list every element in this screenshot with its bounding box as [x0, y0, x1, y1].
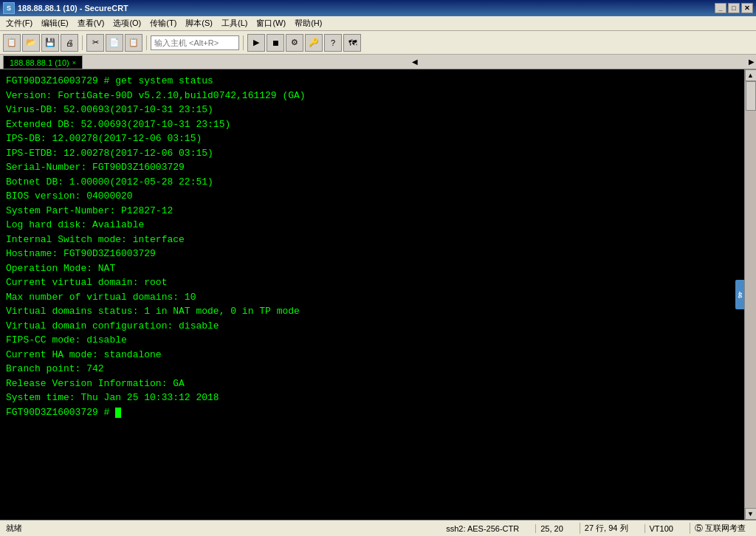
status-right: ssh2: AES-256-CTR 25, 20 27 行, 94 列 VT10…	[441, 523, 750, 534]
toolbar-help-btn[interactable]: ?	[324, 34, 342, 52]
terminal-line: IPS-ETDB: 12.00278(2017-12-06 03:15)	[6, 146, 738, 161]
terminal-line: Version: FortiGate-90D v5.2.10,build0742…	[6, 89, 738, 103]
toolbar-disconnect-btn[interactable]: ⏹	[267, 34, 284, 52]
window-controls[interactable]: _ □ ✕	[715, 3, 753, 13]
terminal-line: Hostname: FGT90D3Z16003729	[6, 247, 738, 261]
toolbar-map-btn[interactable]: 🗺	[343, 34, 361, 52]
close-button[interactable]: ✕	[741, 3, 753, 13]
toolbar-separator-3	[243, 35, 244, 50]
terminal-line: Branch point: 742	[6, 362, 738, 377]
toolbar-paste-btn[interactable]: 📋	[125, 34, 142, 52]
menu-item-f[interactable]: 文件(F)	[1, 16, 37, 30]
toolbar-open-btn[interactable]: 📂	[22, 34, 40, 52]
menu-item-w[interactable]: 窗口(W)	[252, 16, 290, 30]
terminal-line: FGT90D3Z16003729 #	[6, 405, 738, 420]
terminal-tab[interactable]: 188.88.88.1 (10) ×	[3, 55, 83, 69]
toolbar-separator-2	[146, 35, 147, 50]
status-right-info: ⑤ 互联网考查	[690, 523, 750, 534]
menu-item-v[interactable]: 查看(V)	[73, 16, 109, 30]
menu-item-e[interactable]: 编辑(E)	[37, 16, 73, 30]
tab-scroll-left[interactable]: ◀	[412, 58, 418, 66]
toolbar-key-btn[interactable]: 🔑	[305, 34, 323, 52]
terminal-line: BIOS version: 04000020	[6, 189, 738, 204]
status-encryption: ssh2: AES-256-CTR	[441, 524, 523, 533]
terminal-line: IPS-DB: 12.00278(2017-12-06 03:15)	[6, 131, 738, 146]
tab-scroll-right[interactable]: ▶	[749, 58, 755, 66]
scroll-thumb[interactable]	[746, 81, 756, 111]
title-bar: S 188.88.88.1 (10) - SecureCRT _ □ ✕	[0, 0, 756, 16]
minimize-button[interactable]: _	[715, 3, 726, 13]
status-position: 25, 20	[535, 524, 568, 533]
terminal-line: System time: Thu Jan 25 10:33:12 2018	[6, 391, 738, 405]
terminal-line: Release Version Information: GA	[6, 377, 738, 391]
toolbar-copy-btn[interactable]: 📄	[106, 34, 123, 52]
app-icon: S	[3, 2, 15, 14]
terminal-line: Log hard disk: Available	[6, 218, 738, 233]
title-bar-left: S 188.88.88.1 (10) - SecureCRT	[3, 2, 128, 14]
toolbar-save-btn[interactable]: 💾	[41, 34, 59, 52]
scroll-up-button[interactable]: ▲	[745, 69, 757, 81]
menu-item-s[interactable]: 脚本(S)	[181, 16, 217, 30]
terminal-line: FGT90D3Z16003729 # get system status	[6, 74, 738, 89]
menu-item-l[interactable]: 工具(L)	[217, 16, 252, 30]
terminal-line: Virtual domains status: 1 in NAT mode, 0…	[6, 304, 738, 319]
terminal-line: Operation Mode: NAT	[6, 261, 738, 276]
terminal-line: Serial-Number: FGT90D3Z16003729	[6, 160, 738, 175]
scrollbar[interactable]: ▲ ▼	[744, 69, 756, 520]
window-title: 188.88.88.1 (10) - SecureCRT	[18, 4, 128, 13]
toolbar-settings-btn[interactable]: ⚙	[286, 34, 303, 52]
terminal[interactable]: FGT90D3Z16003729 # get system statusVers…	[0, 69, 744, 520]
terminal-line: Current HA mode: standalone	[6, 348, 738, 363]
host-input[interactable]	[151, 35, 239, 50]
terminal-line: Virtual domain configuration: disable	[6, 319, 738, 334]
toolbar-cut-btn[interactable]: ✂	[86, 34, 104, 52]
terminal-line: Current virtual domain: root	[6, 275, 738, 290]
terminal-line: Max number of virtual domains: 10	[6, 290, 738, 305]
menu-bar: 文件(F)编辑(E)查看(V)选项(O)传输(T)脚本(S)工具(L)窗口(W)…	[0, 16, 756, 31]
status-bar: 就绪 ssh2: AES-256-CTR 25, 20 27 行, 94 列 V…	[0, 520, 756, 536]
maximize-button[interactable]: □	[728, 3, 740, 13]
menu-item-h[interactable]: 帮助(H)	[290, 16, 326, 30]
status-ready: 就绪	[6, 523, 22, 534]
tab-bar: 188.88.88.1 (10) × ◀ ▶	[0, 55, 756, 69]
terminal-line: System Part-Number: P12827-12	[6, 204, 738, 219]
scroll-track[interactable]	[745, 81, 756, 508]
toolbar-separator-1	[82, 35, 83, 50]
status-terminal-type: VT100	[645, 524, 678, 533]
terminal-line: Virus-DB: 52.00693(2017-10-31 23:15)	[6, 103, 738, 117]
terminal-container: FGT90D3Z16003729 # get system statusVers…	[0, 69, 756, 520]
scroll-down-button[interactable]: ▼	[745, 508, 757, 520]
toolbar-connect-btn[interactable]: ▶	[247, 34, 265, 52]
terminal-cursor	[115, 408, 121, 418]
toolbar: 📋 📂 💾 🖨 ✂ 📄 📋 ▶ ⏹ ⚙ 🔑 ? 🗺	[0, 31, 756, 55]
side-panel-handle[interactable]: 46	[735, 280, 744, 309]
menu-item-o[interactable]: 选项(O)	[109, 16, 145, 30]
terminal-line: FIPS-CC mode: disable	[6, 333, 738, 348]
tab-close-button[interactable]: ×	[72, 59, 76, 66]
menu-item-t[interactable]: 传输(T)	[145, 16, 181, 30]
terminal-line: Internal Switch mode: interface	[6, 233, 738, 247]
terminal-line: Extended DB: 52.00693(2017-10-31 23:15)	[6, 117, 738, 132]
tab-label: 188.88.88.1 (10)	[10, 58, 69, 67]
status-lines-cols: 27 行, 94 列	[580, 523, 633, 534]
terminal-line: Botnet DB: 1.00000(2012-05-28 22:51)	[6, 175, 738, 190]
toolbar-new-btn[interactable]: 📋	[3, 34, 21, 52]
toolbar-print-btn[interactable]: 🖨	[61, 34, 78, 52]
